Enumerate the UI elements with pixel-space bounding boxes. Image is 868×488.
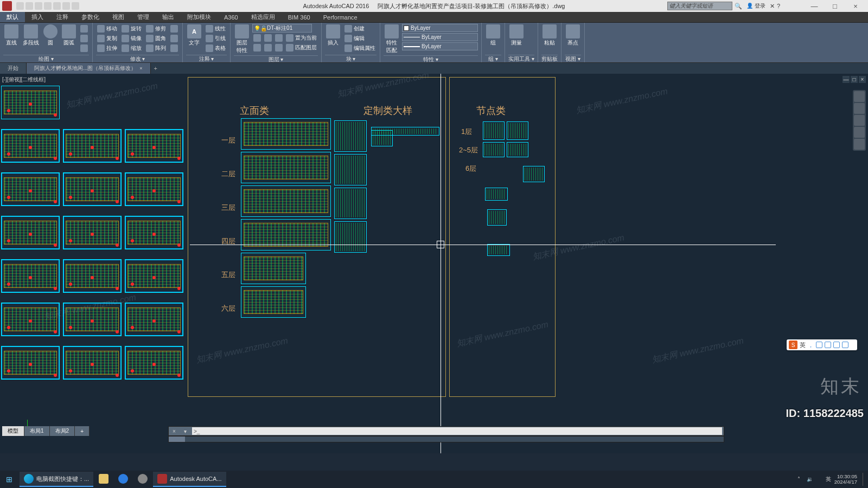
task-autocad[interactable]: Autodesk AutoCA...: [153, 472, 226, 487]
start-button[interactable]: ⊞: [0, 471, 18, 488]
qat-plot-icon[interactable]: [53, 2, 61, 10]
tool-layer-off[interactable]: [252, 33, 262, 42]
panel-title-properties[interactable]: 特性 ▾: [384, 55, 478, 63]
show-desktop[interactable]: [863, 473, 865, 486]
tool-layer-props[interactable]: 图层 特性: [234, 24, 250, 55]
scrollbar-thumb[interactable]: [169, 436, 185, 442]
task-app-grey[interactable]: [133, 472, 152, 487]
tool-dim-linear[interactable]: 线性: [205, 24, 227, 33]
tool-layer-i2[interactable]: [263, 43, 273, 52]
tool-arc[interactable]: 圆弧: [61, 24, 77, 47]
qat-new-icon[interactable]: [16, 2, 24, 10]
exchange-icon[interactable]: ✕: [770, 3, 775, 10]
panel-title-utilities[interactable]: 实用工具 ▾: [508, 55, 534, 62]
panel-title-groups[interactable]: 组 ▾: [485, 55, 501, 62]
tool-modify-m2[interactable]: [169, 34, 179, 43]
tool-stretch[interactable]: 拉伸: [96, 43, 118, 53]
panel-title-annotation[interactable]: 注释 ▾: [186, 55, 227, 62]
tool-rotate[interactable]: 旋转: [120, 24, 143, 33]
new-tab-button[interactable]: +: [151, 63, 161, 74]
panel-title-view[interactable]: 视图 ▾: [565, 55, 581, 62]
tool-circle[interactable]: 圆: [42, 24, 59, 47]
tool-paste[interactable]: 粘贴: [541, 24, 558, 47]
tool-scale[interactable]: 缩放: [120, 43, 143, 53]
drawing-canvas[interactable]: [-][俯视][二维线框] — □ × 立面类 定制类大样 节点类 一层二层三层…: [0, 74, 868, 453]
tool-text[interactable]: A文字: [186, 24, 202, 47]
close-icon[interactable]: ×: [139, 66, 142, 71]
task-explorer[interactable]: [94, 472, 113, 487]
cmd-input[interactable]: >_: [192, 427, 722, 435]
ime-btn3[interactable]: [833, 342, 840, 348]
ribbon-tab-bim360[interactable]: BIM 360: [282, 12, 317, 22]
search-input[interactable]: 键入关键字或短语: [667, 2, 732, 10]
panel-title-layers[interactable]: 图层 ▾: [234, 55, 318, 63]
horizontal-scrollbar[interactable]: [168, 436, 724, 442]
cmd-config-icon[interactable]: ▾: [181, 427, 189, 435]
tool-move[interactable]: 移动: [96, 24, 118, 33]
cmd-close-icon[interactable]: ×: [170, 427, 178, 435]
layout-tab-layout2[interactable]: 布局2: [50, 426, 75, 436]
task-edge[interactable]: 电脑截图快捷键：...: [20, 472, 93, 487]
ribbon-tab-default[interactable]: 默认: [0, 12, 25, 22]
tool-group[interactable]: 组: [485, 24, 501, 47]
help-icon[interactable]: ?: [777, 3, 780, 9]
tool-table[interactable]: 表格: [205, 43, 227, 53]
tool-polyline[interactable]: 多段线: [22, 24, 40, 47]
qat-saveas-icon[interactable]: [44, 2, 52, 10]
layer-dropdown[interactable]: 💡🔓 DT-标注01: [252, 24, 312, 33]
prop-linetype-select[interactable]: ByLayer: [402, 33, 478, 41]
qat-open-icon[interactable]: [25, 2, 33, 10]
ribbon-tab-manage[interactable]: 管理: [131, 12, 156, 22]
tool-insert-block[interactable]: 插入: [325, 24, 341, 47]
tool-draw-more2[interactable]: [79, 34, 89, 43]
task-app-blue[interactable]: [114, 472, 132, 487]
ribbon-tab-addin[interactable]: 附加模块: [181, 12, 218, 22]
tool-mirror[interactable]: 镜像: [120, 34, 143, 43]
tool-draw-more1[interactable]: [79, 24, 89, 33]
prop-color-select[interactable]: ByLayer: [402, 24, 478, 32]
tray-ime[interactable]: 英: [826, 476, 831, 483]
tool-layer-i1[interactable]: [252, 43, 262, 52]
ribbon-tab-output[interactable]: 输出: [156, 12, 181, 22]
tool-draw-more3[interactable]: [79, 43, 89, 53]
ribbon-tab-a360[interactable]: A360: [218, 12, 245, 22]
tool-layer-freeze[interactable]: [263, 33, 273, 42]
window-close[interactable]: ×: [845, 0, 866, 12]
ime-btn2[interactable]: [825, 342, 831, 348]
ribbon-tab-insert[interactable]: 插入: [25, 12, 50, 22]
tray-vol-icon[interactable]: [816, 476, 822, 483]
tool-array[interactable]: 阵列: [145, 43, 167, 53]
tool-block-create[interactable]: 创建: [343, 24, 376, 33]
qat-undo-icon[interactable]: [62, 2, 70, 10]
tool-block-editattr[interactable]: 编辑属性: [343, 43, 376, 53]
search-icon[interactable]: 🔍: [735, 3, 742, 10]
ime-toolbar[interactable]: S 英 ，: [787, 339, 857, 350]
panel-title-draw[interactable]: 绘图 ▾: [3, 55, 89, 62]
tool-layer-lock[interactable]: [274, 33, 284, 42]
tool-modify-m3[interactable]: [169, 43, 179, 53]
ribbon-tab-featured[interactable]: 精选应用: [245, 12, 282, 22]
panel-title-block[interactable]: 块 ▾: [325, 55, 376, 62]
window-maximize[interactable]: □: [825, 0, 845, 12]
panel-title-modify[interactable]: 修改 ▾: [96, 55, 179, 62]
tray-up-icon[interactable]: ˄: [797, 476, 804, 483]
ribbon-tab-annotate[interactable]: 注释: [50, 12, 75, 22]
app-icon[interactable]: [2, 1, 12, 11]
window-minimize[interactable]: —: [804, 0, 825, 12]
command-line[interactable]: × ▾ >_: [168, 426, 724, 436]
ime-btn1[interactable]: [816, 342, 822, 348]
qat-save-icon[interactable]: [35, 2, 42, 10]
ime-btn4[interactable]: [842, 342, 848, 348]
tool-layer-i3[interactable]: [274, 43, 284, 52]
file-tab-start[interactable]: 开始: [0, 63, 27, 74]
ribbon-tab-performance[interactable]: Performance: [317, 12, 364, 22]
qat-redo-icon[interactable]: [72, 2, 79, 10]
tool-layer-setcurrent[interactable]: 置为当前: [285, 33, 318, 42]
tool-leader[interactable]: 引线: [205, 34, 227, 43]
tool-block-edit[interactable]: 编辑: [343, 34, 376, 43]
tool-trim[interactable]: 修剪: [145, 24, 167, 33]
layout-tab-add[interactable]: +: [75, 426, 90, 436]
tool-base[interactable]: 基点: [565, 24, 581, 47]
ribbon-tab-view[interactable]: 视图: [106, 12, 131, 22]
tray-net-icon[interactable]: 🔉: [807, 476, 813, 483]
